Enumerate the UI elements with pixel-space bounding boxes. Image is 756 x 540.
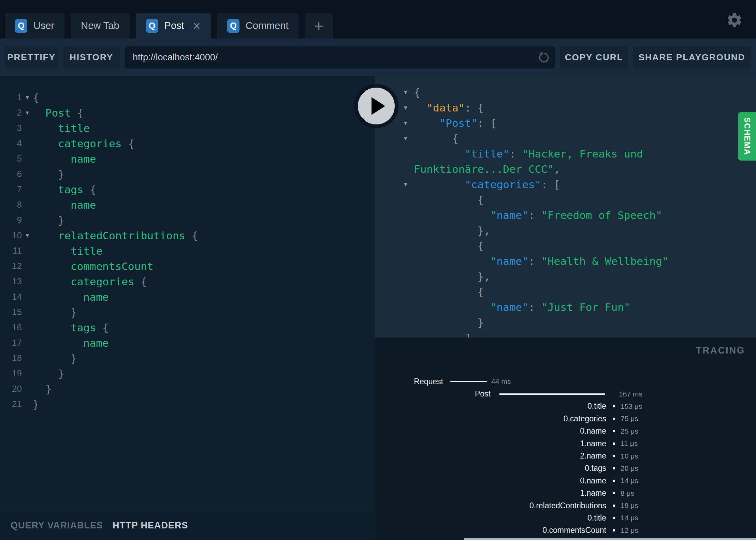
tab-new-tab[interactable]: New Tab [71, 13, 129, 39]
tab-label: New Tab [81, 20, 119, 31]
tracing-row: 0.tags20 μs [375, 462, 756, 475]
editor-line: 18} [0, 350, 375, 366]
code-text: name [33, 291, 109, 303]
editor-line: 5name [0, 151, 375, 166]
tracing-time: 25 μs [621, 427, 638, 435]
line-number: 2 [0, 107, 22, 118]
editor-line: 1▾{ [0, 90, 375, 105]
tab-comment[interactable]: QComment [217, 13, 299, 39]
tracing-dot [613, 405, 615, 407]
code-text: title [33, 245, 102, 257]
response-line: ] [375, 330, 756, 338]
json-text: }, [414, 224, 490, 237]
response-line: }, [375, 269, 756, 284]
code-text: categories { [33, 275, 147, 288]
response-line: }, [375, 223, 756, 238]
line-number: 4 [0, 138, 22, 149]
response-viewer: ▾{▾"data": {▾"Post": [▾{"title": "Hacker… [375, 76, 756, 338]
execute-play-button[interactable] [354, 84, 398, 128]
fold-arrow-icon[interactable]: ▾ [375, 134, 414, 142]
line-number: 10 [0, 230, 22, 241]
line-number: 1 [0, 92, 22, 103]
play-triangle-icon [372, 97, 385, 115]
editor-line: 13categories { [0, 274, 375, 289]
tracing-label: 0.tags [375, 464, 606, 473]
code-text: } [33, 383, 52, 395]
tracing-dot [613, 505, 615, 507]
json-text: Funktionäre...Der CCC", [414, 163, 560, 175]
tab-label: Post [164, 20, 184, 31]
prettify-button[interactable]: PRETTIFY [5, 46, 58, 69]
add-tab-button[interactable]: + [305, 13, 333, 39]
copy-curl-button[interactable]: COPY CURL [560, 46, 628, 69]
tracing-label: 0.commentsCount [375, 526, 606, 535]
tracing-label: 2.name [375, 451, 606, 461]
tracing-dot [613, 492, 615, 494]
editor-line: 16tags { [0, 320, 375, 335]
settings-gear-icon[interactable] [726, 12, 743, 29]
code-text: } [33, 214, 64, 226]
query-variables-tab[interactable]: QUERY VARIABLES [11, 520, 103, 531]
tracing-row: 1.name11 μs [375, 437, 756, 450]
line-number: 21 [0, 399, 22, 409]
tab-post[interactable]: QPost× [136, 13, 211, 39]
code-text: commentsCount [33, 260, 154, 272]
code-text: } [33, 368, 64, 380]
tracing-time: 8 μs [621, 489, 634, 497]
tracing-label: 1.name [375, 439, 606, 448]
tracing-row: 0.relatedContributions19 μs [375, 499, 756, 512]
line-number: 17 [0, 338, 22, 348]
horizontal-scrollbar[interactable] [464, 538, 756, 540]
editor-line: 11title [0, 243, 375, 258]
response-line: } [375, 315, 756, 330]
json-text: { [414, 240, 484, 252]
code-text: } [33, 352, 77, 364]
refresh-icon[interactable] [537, 51, 550, 64]
http-headers-tab[interactable]: HTTP HEADERS [113, 520, 188, 531]
tracing-dot [613, 467, 615, 469]
share-playground-button[interactable]: SHARE PLAYGROUND [633, 46, 751, 69]
tracing-time: 19 μs [621, 501, 638, 510]
tracing-row: 2.name10 μs [375, 450, 756, 462]
tracing-row: 1.name8 μs [375, 487, 756, 499]
response-line: { [375, 238, 756, 253]
fold-arrow-icon[interactable]: ▾ [375, 180, 414, 188]
schema-tab[interactable]: SCHEMA [738, 112, 756, 161]
tracing-row: 0.commentsCount12 μs [375, 524, 756, 537]
tracing-time: 11 μs [621, 439, 638, 448]
tracing-time: 12 μs [621, 526, 638, 535]
json-text: { [414, 194, 484, 206]
json-text: "name": "Just For Fun" [414, 301, 630, 313]
variables-bar: QUERY VARIABLES HTTP HEADERS [0, 511, 375, 540]
line-number: 7 [0, 184, 22, 195]
code-text: } [33, 306, 77, 318]
code-text: tags { [33, 183, 96, 196]
line-number: 15 [0, 307, 22, 317]
editor-line: 9} [0, 212, 375, 228]
tab-user[interactable]: QUser [5, 13, 64, 39]
editor-line: 12commentsCount [0, 258, 375, 274]
fold-arrow-icon[interactable]: ▾ [22, 93, 33, 101]
tracing-time: 44 ms [491, 377, 511, 386]
tracing-time: 20 μs [621, 464, 638, 472]
editor-line: 21} [0, 396, 375, 412]
history-button[interactable]: HISTORY [63, 46, 120, 69]
code-text: { [33, 91, 39, 104]
tracing-dot [613, 455, 615, 457]
fold-arrow-icon[interactable]: ▾ [22, 231, 33, 239]
query-editor[interactable]: 1▾{2▾Post {3title4categories {5name6}7ta… [0, 76, 375, 540]
line-number: 19 [0, 368, 22, 379]
line-number: 12 [0, 261, 22, 271]
response-line: { [375, 192, 756, 207]
response-line: ▾{ [375, 131, 756, 146]
json-text: "categories": [ [414, 178, 560, 191]
code-text: title [33, 122, 90, 134]
tab-label: Comment [246, 20, 289, 31]
line-number: 14 [0, 291, 22, 302]
code-text: tags { [33, 321, 109, 334]
fold-arrow-icon[interactable]: ▾ [22, 109, 33, 117]
tracing-dot [613, 418, 615, 420]
endpoint-url-input[interactable] [125, 52, 537, 63]
tracing-label: 0.name [375, 426, 606, 436]
tracing-label: Post [375, 389, 491, 399]
